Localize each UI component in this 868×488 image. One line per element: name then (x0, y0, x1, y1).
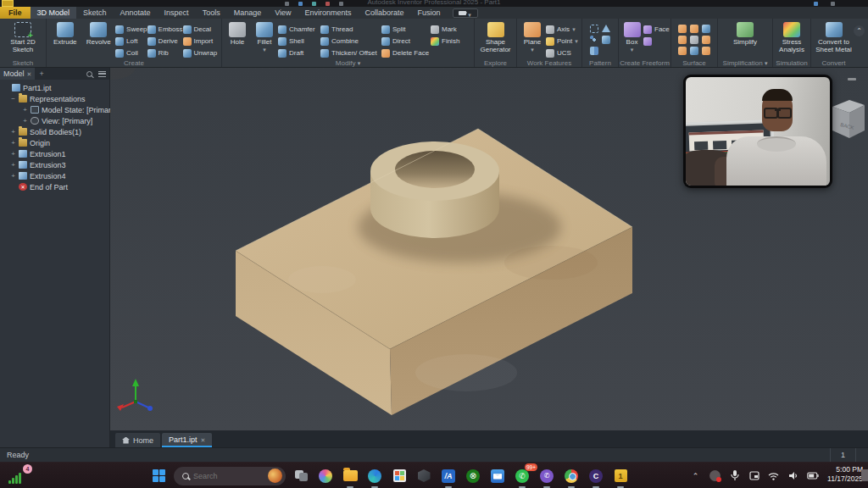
tray-clock[interactable]: 5:00 PM 11/17/2025 (827, 465, 863, 485)
quick-access-icon[interactable] (312, 2, 316, 6)
viber-button[interactable]: ✆ (537, 467, 556, 485)
circular-pattern-icon[interactable] (590, 36, 598, 44)
snip-icon[interactable] (748, 469, 760, 482)
taskbar-search[interactable] (174, 467, 286, 485)
tab-annotate[interactable]: Annotate (114, 7, 158, 19)
webcam-overlay[interactable] (683, 75, 832, 188)
finish-button[interactable]: Finish (431, 36, 463, 47)
wifi-icon[interactable] (767, 469, 780, 482)
quick-access-icon[interactable] (285, 2, 289, 6)
start-2d-sketch-button[interactable]: Start 2D Sketch (2, 20, 44, 54)
group-label-simplification[interactable]: Simplification (718, 59, 772, 67)
surface-icon[interactable] (690, 47, 698, 55)
ribbon-collapse-button[interactable]: ⌃ (854, 25, 865, 36)
ucs-button[interactable]: UCS (546, 47, 580, 58)
one-app-button[interactable]: 1 (611, 467, 630, 485)
file-menu-button[interactable]: File (0, 7, 31, 19)
tree-item-extrusion1[interactable]: +Extrusion1 (0, 148, 109, 159)
tree-item-part[interactable]: Part1.ipt (0, 82, 109, 93)
tree-item-solid-bodies[interactable]: +Solid Bodies(1) (0, 126, 109, 137)
search-icon[interactable] (86, 71, 92, 77)
expander[interactable]: + (10, 150, 16, 158)
tab-view[interactable]: View (268, 7, 298, 19)
group-label-modify[interactable]: Modify (222, 59, 474, 67)
rib-button[interactable]: Rib (147, 47, 183, 58)
home-tab[interactable]: Home (115, 433, 160, 447)
shell-button[interactable]: Shell (278, 36, 320, 47)
microphone-icon[interactable] (728, 469, 741, 482)
convert-sheet-metal-button[interactable]: Convert to Sheet Metal (813, 20, 854, 54)
part1-tab[interactable]: Part1.ipt (162, 433, 212, 447)
tray-chevron-icon[interactable]: ⌃ (689, 469, 702, 482)
quick-access-icon[interactable] (339, 2, 343, 6)
mirror-icon[interactable] (602, 25, 610, 32)
tab-environments[interactable]: Environments (298, 7, 359, 19)
surface-icon[interactable] (678, 25, 687, 33)
point-button[interactable]: Point (546, 36, 580, 47)
chrome-button[interactable] (562, 467, 581, 485)
signal-tray-icon[interactable]: 4 (8, 466, 29, 486)
surface-icon[interactable] (702, 47, 710, 55)
tab-manage[interactable]: Manage (227, 7, 269, 19)
close-icon[interactable] (201, 435, 206, 444)
mark-button[interactable]: Mark (431, 24, 463, 35)
navbar-dash[interactable] (848, 78, 856, 80)
titlebar-right-icon[interactable] (831, 2, 835, 6)
search-daily-image[interactable] (268, 469, 282, 483)
thicken-offset-button[interactable]: Thicken/ Offset (320, 47, 381, 58)
file-explorer-button[interactable] (341, 467, 359, 485)
plane-button[interactable]: Plane (519, 20, 546, 54)
tree-item-end-of-part[interactable]: End of Part (0, 181, 109, 192)
quick-access-icon[interactable] (298, 2, 303, 6)
fillet-button[interactable]: Fillet (251, 20, 278, 54)
viewport-3d[interactable]: BACK (110, 68, 868, 430)
recorder-tray-icon[interactable] (709, 469, 721, 482)
notification-edge-icon[interactable] (861, 469, 868, 481)
task-view-button[interactable] (292, 467, 310, 485)
speaker-icon[interactable] (787, 469, 799, 482)
clipchamp-button[interactable]: C (587, 467, 605, 485)
surface-icon[interactable] (678, 47, 687, 55)
tree-item-origin[interactable]: +Origin (0, 137, 109, 148)
sweep-button[interactable]: Sweep (115, 24, 147, 35)
derive-button[interactable]: Derive (147, 36, 183, 47)
unwrap-button[interactable]: Unwrap (183, 47, 220, 58)
surface-icon[interactable] (678, 36, 687, 44)
draft-button[interactable]: Draft (278, 47, 320, 58)
coil-button[interactable]: Coil (115, 47, 147, 58)
expander[interactable]: + (10, 128, 16, 136)
quick-access-icon[interactable] (326, 2, 330, 6)
close-icon[interactable] (27, 69, 32, 78)
tree-item-representations[interactable]: −Representations (0, 93, 109, 104)
shape-generator-button[interactable]: Shape Generator (476, 20, 515, 54)
rectangular-pattern-icon[interactable] (590, 25, 598, 33)
tree-item-view[interactable]: +View: [Primary] (0, 115, 109, 126)
expander[interactable]: + (10, 139, 16, 147)
split-button[interactable]: Split (381, 24, 431, 35)
store-button[interactable] (390, 467, 409, 485)
whatsapp-button[interactable]: ✆99+ (513, 467, 531, 485)
tab-collaborate[interactable]: Collaborate (359, 7, 411, 19)
direct-button[interactable]: Direct (381, 36, 431, 47)
simplify-button[interactable]: Simplify (726, 20, 764, 47)
tab-inspect[interactable]: Inspect (158, 7, 196, 19)
pattern-extra-icon[interactable] (590, 47, 598, 55)
view-cube[interactable]: BACK (827, 92, 866, 146)
thread-button[interactable]: Thread (320, 24, 381, 35)
expander[interactable]: − (10, 95, 16, 103)
battery-icon[interactable] (806, 469, 819, 482)
surface-icon[interactable] (702, 36, 710, 44)
stress-analysis-button[interactable]: Stress Analysis (775, 20, 809, 54)
expander[interactable]: + (22, 117, 28, 125)
freeform-box-button[interactable]: Box (620, 20, 643, 54)
hole-button[interactable]: Hole (224, 20, 251, 47)
loft-button[interactable]: Loft (115, 36, 147, 47)
titlebar-right-icon[interactable] (814, 2, 818, 6)
tree-item-extrusion4[interactable]: +Extrusion4 (0, 170, 109, 181)
extrude-button[interactable]: Extrude (48, 20, 82, 47)
search-input[interactable] (193, 472, 264, 480)
surface-icon[interactable] (690, 36, 698, 44)
combine-button[interactable]: Combine (320, 36, 381, 47)
copilot-button[interactable] (316, 467, 335, 485)
tab-sketch[interactable]: Sketch (76, 7, 114, 19)
